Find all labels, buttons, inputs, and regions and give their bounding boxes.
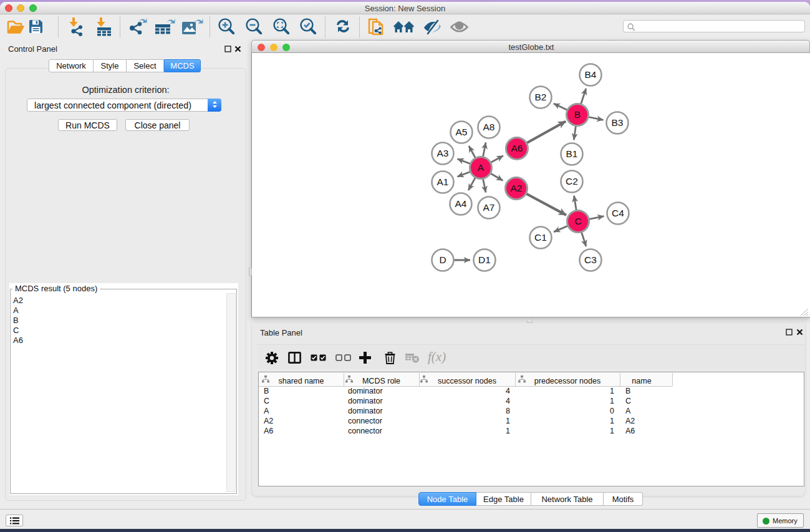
svg-text:C2: C2 <box>566 176 578 186</box>
svg-text:A7: A7 <box>483 202 495 213</box>
svg-text:B4: B4 <box>585 69 597 80</box>
svg-text:B2: B2 <box>535 92 547 102</box>
svg-text:A4: A4 <box>455 198 467 209</box>
svg-text:B1: B1 <box>566 148 578 159</box>
svg-text:C: C <box>574 216 581 226</box>
svg-text:A5: A5 <box>456 127 468 137</box>
svg-text:A1: A1 <box>437 177 449 187</box>
svg-text:A3: A3 <box>437 148 449 158</box>
svg-text:A8: A8 <box>483 122 495 132</box>
svg-text:B: B <box>574 109 581 120</box>
svg-text:C1: C1 <box>534 232 547 243</box>
svg-text:A2: A2 <box>511 183 523 193</box>
svg-text:A6: A6 <box>511 143 523 153</box>
svg-text:D1: D1 <box>478 254 491 265</box>
svg-text:C3: C3 <box>584 254 597 265</box>
svg-text:D: D <box>439 254 446 265</box>
svg-text:C4: C4 <box>612 208 624 218</box>
svg-text:B3: B3 <box>612 117 624 128</box>
svg-text:A: A <box>478 162 485 173</box>
